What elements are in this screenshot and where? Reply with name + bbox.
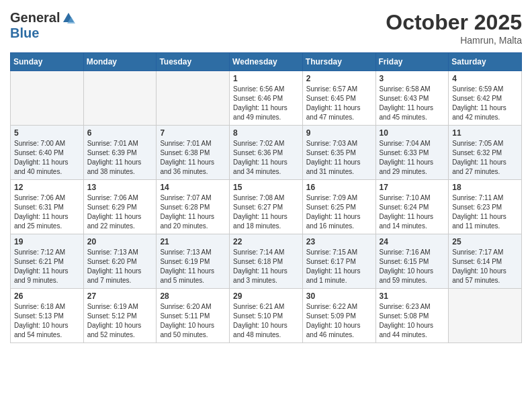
calendar-cell: 21Sunrise: 7:13 AMSunset: 6:19 PMDayligh… [157, 234, 230, 289]
day-number: 21 [160, 237, 226, 246]
day-number: 18 [452, 183, 518, 192]
day-number: 12 [14, 183, 80, 192]
calendar-header-row: SundayMondayTuesdayWednesdayThursdayFrid… [11, 53, 522, 71]
day-number: 31 [380, 291, 445, 301]
calendar-cell: 23Sunrise: 7:15 AMSunset: 6:17 PMDayligh… [302, 234, 375, 289]
calendar-cell: 27Sunrise: 6:19 AMSunset: 5:12 PMDayligh… [83, 289, 157, 343]
column-header-monday: Monday [83, 53, 157, 71]
logo-icon [62, 11, 75, 25]
calendar-cell: 7Sunrise: 7:01 AMSunset: 6:38 PMDaylight… [157, 126, 230, 180]
day-number: 8 [233, 128, 299, 138]
day-info: Sunrise: 7:03 AMSunset: 6:35 PMDaylight:… [306, 139, 372, 177]
day-info: Sunrise: 7:08 AMSunset: 6:27 PMDaylight:… [233, 193, 299, 231]
calendar-cell: 6Sunrise: 7:01 AMSunset: 6:39 PMDaylight… [83, 126, 157, 180]
column-header-friday: Friday [375, 53, 449, 71]
day-info: Sunrise: 7:13 AMSunset: 6:20 PMDaylight:… [87, 248, 153, 285]
day-info: Sunrise: 7:06 AMSunset: 6:29 PMDaylight:… [87, 193, 153, 231]
day-info: Sunrise: 6:18 AMSunset: 5:13 PMDaylight:… [14, 302, 80, 340]
calendar-cell: 1Sunrise: 6:56 AMSunset: 6:46 PMDaylight… [230, 71, 303, 126]
calendar-cell: 4Sunrise: 6:59 AMSunset: 6:42 PMDaylight… [449, 71, 522, 126]
day-number: 1 [233, 74, 299, 83]
calendar-cell [157, 71, 230, 126]
day-info: Sunrise: 7:13 AMSunset: 6:19 PMDaylight:… [160, 248, 226, 285]
day-number: 5 [14, 128, 80, 138]
calendar-cell: 10Sunrise: 7:04 AMSunset: 6:33 PMDayligh… [375, 126, 449, 180]
day-info: Sunrise: 7:16 AMSunset: 6:15 PMDaylight:… [380, 248, 445, 285]
day-info: Sunrise: 6:59 AMSunset: 6:42 PMDaylight:… [452, 85, 518, 122]
location-subtitle: Hamrun, Malta [386, 35, 522, 46]
day-number: 30 [306, 291, 372, 301]
day-number: 2 [306, 74, 372, 83]
logo-general-text: General [10, 10, 60, 26]
day-info: Sunrise: 6:57 AMSunset: 6:45 PMDaylight:… [306, 85, 372, 122]
day-info: Sunrise: 7:04 AMSunset: 6:33 PMDaylight:… [380, 139, 445, 177]
title-area: October 2025 Hamrun, Malta [386, 10, 522, 46]
week-row-4: 19Sunrise: 7:12 AMSunset: 6:21 PMDayligh… [11, 234, 522, 289]
month-title: October 2025 [386, 10, 522, 35]
column-header-saturday: Saturday [449, 53, 522, 71]
day-number: 22 [233, 237, 299, 246]
day-info: Sunrise: 7:07 AMSunset: 6:28 PMDaylight:… [160, 193, 226, 231]
day-info: Sunrise: 7:01 AMSunset: 6:39 PMDaylight:… [87, 139, 153, 177]
calendar-cell [83, 71, 157, 126]
calendar-table: SundayMondayTuesdayWednesdayThursdayFrid… [10, 52, 522, 343]
calendar-cell: 13Sunrise: 7:06 AMSunset: 6:29 PMDayligh… [83, 180, 157, 234]
day-number: 23 [306, 237, 372, 246]
calendar-cell: 30Sunrise: 6:22 AMSunset: 5:09 PMDayligh… [302, 289, 375, 343]
calendar-cell: 20Sunrise: 7:13 AMSunset: 6:20 PMDayligh… [83, 234, 157, 289]
column-header-thursday: Thursday [302, 53, 375, 71]
day-number: 10 [380, 128, 445, 138]
page-header: General Blue October 2025 Hamrun, Malta [10, 10, 522, 46]
day-info: Sunrise: 7:09 AMSunset: 6:25 PMDaylight:… [306, 193, 372, 231]
calendar-cell: 25Sunrise: 7:17 AMSunset: 6:14 PMDayligh… [449, 234, 522, 289]
day-info: Sunrise: 7:10 AMSunset: 6:24 PMDaylight:… [380, 193, 445, 231]
calendar-cell: 29Sunrise: 6:21 AMSunset: 5:10 PMDayligh… [230, 289, 303, 343]
day-number: 27 [87, 291, 153, 301]
day-number: 13 [87, 183, 153, 192]
day-number: 20 [87, 237, 153, 246]
calendar-cell: 28Sunrise: 6:20 AMSunset: 5:11 PMDayligh… [157, 289, 230, 343]
day-number: 6 [87, 128, 153, 138]
day-info: Sunrise: 6:20 AMSunset: 5:11 PMDaylight:… [160, 302, 226, 340]
day-info: Sunrise: 6:21 AMSunset: 5:10 PMDaylight:… [233, 302, 299, 340]
day-info: Sunrise: 7:02 AMSunset: 6:36 PMDaylight:… [233, 139, 299, 177]
calendar-cell: 18Sunrise: 7:11 AMSunset: 6:23 PMDayligh… [449, 180, 522, 234]
calendar-cell: 14Sunrise: 7:07 AMSunset: 6:28 PMDayligh… [157, 180, 230, 234]
day-info: Sunrise: 7:05 AMSunset: 6:32 PMDaylight:… [452, 139, 518, 177]
day-number: 9 [306, 128, 372, 138]
day-info: Sunrise: 7:01 AMSunset: 6:38 PMDaylight:… [160, 139, 226, 177]
week-row-5: 26Sunrise: 6:18 AMSunset: 5:13 PMDayligh… [11, 289, 522, 343]
day-info: Sunrise: 7:06 AMSunset: 6:31 PMDaylight:… [14, 193, 80, 231]
week-row-1: 1Sunrise: 6:56 AMSunset: 6:46 PMDaylight… [11, 71, 522, 126]
calendar-cell: 19Sunrise: 7:12 AMSunset: 6:21 PMDayligh… [11, 234, 84, 289]
day-number: 25 [452, 237, 518, 246]
calendar-cell: 8Sunrise: 7:02 AMSunset: 6:36 PMDaylight… [230, 126, 303, 180]
day-number: 29 [233, 291, 299, 301]
day-info: Sunrise: 7:15 AMSunset: 6:17 PMDaylight:… [306, 248, 372, 285]
calendar-cell: 15Sunrise: 7:08 AMSunset: 6:27 PMDayligh… [230, 180, 303, 234]
day-info: Sunrise: 6:19 AMSunset: 5:12 PMDaylight:… [87, 302, 153, 340]
calendar-cell [11, 71, 84, 126]
column-header-tuesday: Tuesday [157, 53, 230, 71]
day-number: 15 [233, 183, 299, 192]
day-info: Sunrise: 7:17 AMSunset: 6:14 PMDaylight:… [452, 248, 518, 285]
day-number: 14 [160, 183, 226, 192]
day-number: 16 [306, 183, 372, 192]
calendar-cell: 26Sunrise: 6:18 AMSunset: 5:13 PMDayligh… [11, 289, 84, 343]
column-header-wednesday: Wednesday [230, 53, 303, 71]
calendar-cell: 11Sunrise: 7:05 AMSunset: 6:32 PMDayligh… [449, 126, 522, 180]
week-row-3: 12Sunrise: 7:06 AMSunset: 6:31 PMDayligh… [11, 180, 522, 234]
day-info: Sunrise: 7:12 AMSunset: 6:21 PMDaylight:… [14, 248, 80, 285]
day-info: Sunrise: 6:58 AMSunset: 6:43 PMDaylight:… [380, 85, 445, 122]
calendar-cell: 17Sunrise: 7:10 AMSunset: 6:24 PMDayligh… [375, 180, 449, 234]
day-info: Sunrise: 7:11 AMSunset: 6:23 PMDaylight:… [452, 193, 518, 231]
calendar-cell: 5Sunrise: 7:00 AMSunset: 6:40 PMDaylight… [11, 126, 84, 180]
day-info: Sunrise: 7:14 AMSunset: 6:18 PMDaylight:… [233, 248, 299, 285]
calendar-cell [449, 289, 522, 343]
day-number: 11 [452, 128, 518, 138]
calendar-cell: 22Sunrise: 7:14 AMSunset: 6:18 PMDayligh… [230, 234, 303, 289]
day-number: 17 [380, 183, 445, 192]
calendar-cell: 12Sunrise: 7:06 AMSunset: 6:31 PMDayligh… [11, 180, 84, 234]
day-info: Sunrise: 6:22 AMSunset: 5:09 PMDaylight:… [306, 302, 372, 340]
week-row-2: 5Sunrise: 7:00 AMSunset: 6:40 PMDaylight… [11, 126, 522, 180]
